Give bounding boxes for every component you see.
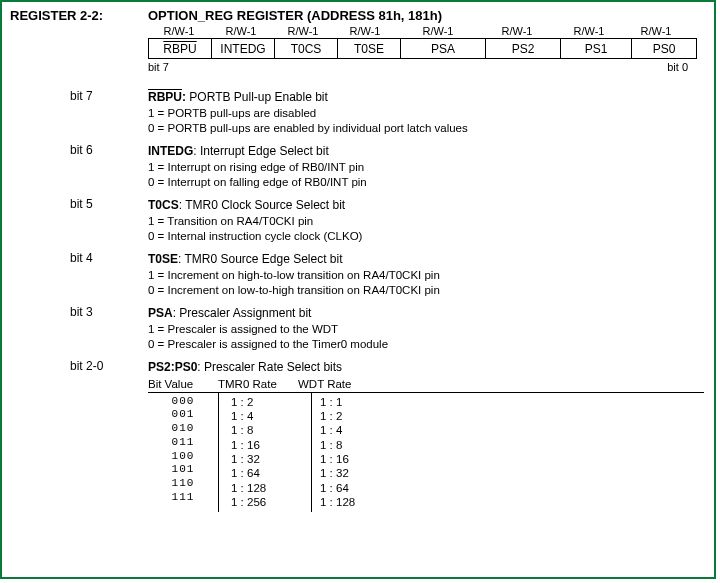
prescaler-header: Bit Value TMR0 Rate WDT Rate [148,378,704,390]
bit-value-line: 0 = Prescaler is assigned to the Timer0 … [148,337,704,352]
prescaler-col-tmr0: 1 : 21 : 41 : 81 : 161 : 321 : 641 : 128… [219,393,312,512]
prescaler-col-header: TMR0 Rate [218,378,298,390]
rw-cell: R/W-1 [334,25,396,38]
prescaler-tmr0-rate: 1 : 32 [231,452,311,466]
bit-suffix: : TMR0 Clock Source Select bit [179,198,346,212]
rw-cell: R/W-1 [554,25,624,38]
bit-name: RBPU [163,42,196,56]
prescaler-wdt-rate: 1 : 32 [320,466,390,480]
bit-value-line: 1 = Interrupt on rising edge of RB0/INT … [148,160,704,175]
bit-name: PS0 [632,39,697,59]
bit-label: bit 2-0 [70,359,148,375]
bit-name: T0SE [338,39,401,59]
bit0-label: bit 0 [667,61,688,73]
prescaler-bitvalue: 101 [148,463,218,477]
bit-name-bold: T0CS [148,198,179,212]
rw-cell: R/W-1 [148,25,210,38]
rw-cell: R/W-1 [210,25,272,38]
bit-label: bit 5 [70,197,148,250]
bit-value-line: 0 = Increment on low-to-high transition … [148,283,704,298]
bit-label: bit 6 [70,143,148,196]
bit-value-line: 0 = Internal instruction cycle clock (CL… [148,229,704,244]
bit-suffix: : Prescaler Assignment bit [173,306,312,320]
bit-body: T0SE: TMR0 Source Edge Select bit1 = Inc… [148,251,704,304]
datasheet-page: REGISTER 2-2: OPTION_REG REGISTER (ADDRE… [0,0,716,579]
bit-name: PS1 [561,39,632,59]
prescaler-wdt-rate: 1 : 4 [320,423,390,437]
register-bit-table: RBPU INTEDG T0CS T0SE PSA PS2 PS1 PS0 [148,38,697,59]
prescaler-bitvalue: 100 [148,450,218,464]
bit-label: bit 4 [70,251,148,304]
bit-value-line: 0 = Interrupt on falling edge of RB0/INT… [148,175,704,190]
prescaler-col-header: WDT Rate [298,378,368,390]
bit-name-bold: T0SE [148,252,178,266]
rw-row: R/W-1 R/W-1 R/W-1 R/W-1 R/W-1 R/W-1 R/W-… [148,25,704,38]
bit-suffix: : Interrupt Edge Select bit [193,144,328,158]
bit-body: T0CS: TMR0 Clock Source Select bit1 = Tr… [148,197,704,250]
bit-label: bit 3 [70,305,148,358]
bit-name: PS2 [486,39,561,59]
prescaler-tmr0-rate: 1 : 64 [231,466,311,480]
bit-description-row: bit 4T0SE: TMR0 Source Edge Select bit1 … [10,251,704,304]
prescaler-bitvalue: 111 [148,491,218,505]
register-header: REGISTER 2-2: OPTION_REG REGISTER (ADDRE… [10,8,704,23]
bit-value-line: 1 = Increment on high-to-low transition … [148,268,704,283]
register-title: OPTION_REG REGISTER (ADDRESS 81h, 181h) [148,8,442,23]
prescaler-col-header: Bit Value [148,378,218,390]
prescaler-bitvalue: 001 [148,408,218,422]
prescaler-tmr0-rate: 1 : 4 [231,409,311,423]
prescaler-table: Bit Value TMR0 Rate WDT Rate 00000101001… [148,378,704,512]
bit-description-row: bit 6INTEDG: Interrupt Edge Select bit1 … [10,143,704,196]
bit-suffix: PORTB Pull-up Enable bit [186,90,328,104]
bit-label: bit 7 [70,89,148,142]
prescaler-bitvalue: 010 [148,422,218,436]
prescaler-tmr0-rate: 1 : 8 [231,423,311,437]
prescaler-wdt-rate: 1 : 16 [320,452,390,466]
prescaler-col-wdt: 1 : 11 : 21 : 41 : 81 : 161 : 321 : 641 … [312,393,390,512]
prescaler-col-bitvalue: 000001010011100101110111 [148,393,219,512]
bit-name: INTEDG [212,39,275,59]
bit-body: PSA: Prescaler Assignment bit1 = Prescal… [148,305,704,358]
prescaler-wdt-rate: 1 : 128 [320,495,390,509]
bit-name-bold: RBPU: [148,90,186,104]
bit-description-row: bit 3PSA: Prescaler Assignment bit1 = Pr… [10,305,704,358]
bit-suffix: : Prescaler Rate Select bits [197,360,342,374]
bit-values: 1 = Increment on high-to-low transition … [148,268,704,298]
bit-value-line: 1 = Prescaler is assigned to the WDT [148,322,704,337]
bit-index-labels: bit 7 bit 0 [148,61,688,73]
prescaler-tmr0-rate: 1 : 128 [231,481,311,495]
bit-description-row: bit 2-0PS2:PS0: Prescaler Rate Select bi… [10,359,704,375]
rw-cell: R/W-1 [480,25,554,38]
bit-body: INTEDG: Interrupt Edge Select bit1 = Int… [148,143,704,196]
rw-cell: R/W-1 [396,25,480,38]
bit-descriptions: bit 7RBPU: PORTB Pull-up Enable bit1 = P… [10,89,704,376]
bit-body: PS2:PS0: Prescaler Rate Select bits [148,359,704,375]
bit-value-line: 1 = PORTB pull-ups are disabled [148,106,704,121]
bit-values: 1 = Prescaler is assigned to the WDT0 = … [148,322,704,352]
bit-description-row: bit 5T0CS: TMR0 Clock Source Select bit1… [10,197,704,250]
prescaler-wdt-rate: 1 : 64 [320,481,390,495]
prescaler-wdt-rate: 1 : 2 [320,409,390,423]
bit-name-bold: INTEDG [148,144,193,158]
bit-name: PSA [401,39,486,59]
bit-value-line: 1 = Transition on RA4/T0CKI pin [148,214,704,229]
rw-cell: R/W-1 [624,25,688,38]
bit-suffix: : TMR0 Source Edge Select bit [178,252,343,266]
bit-values: 1 = PORTB pull-ups are disabled0 = PORTB… [148,106,704,136]
bit-value-line: 0 = PORTB pull-ups are enabled by indivi… [148,121,704,136]
prescaler-wdt-rate: 1 : 1 [320,395,390,409]
prescaler-tmr0-rate: 1 : 16 [231,438,311,452]
register-diagram: R/W-1 R/W-1 R/W-1 R/W-1 R/W-1 R/W-1 R/W-… [148,25,704,73]
prescaler-body: 000001010011100101110111 1 : 21 : 41 : 8… [148,392,704,512]
bit-name: T0CS [275,39,338,59]
prescaler-tmr0-rate: 1 : 256 [231,495,311,509]
rw-cell: R/W-1 [272,25,334,38]
register-label: REGISTER 2-2: [10,8,148,23]
prescaler-bitvalue: 000 [148,395,218,409]
bit-name-bold: PSA [148,306,173,320]
bit-description-row: bit 7RBPU: PORTB Pull-up Enable bit1 = P… [10,89,704,142]
prescaler-tmr0-rate: 1 : 2 [231,395,311,409]
bit-values: 1 = Transition on RA4/T0CKI pin0 = Inter… [148,214,704,244]
bit7-label: bit 7 [148,61,169,73]
prescaler-bitvalue: 011 [148,436,218,450]
